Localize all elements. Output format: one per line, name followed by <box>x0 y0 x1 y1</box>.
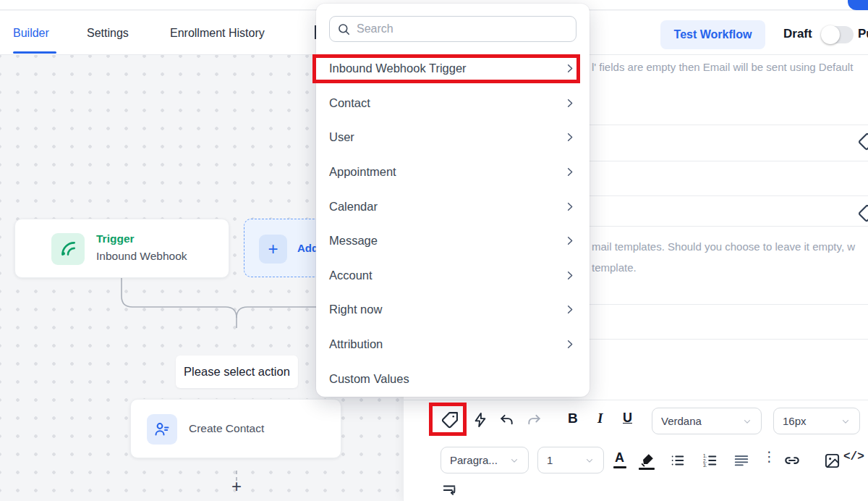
menu-item-label: Attribution <box>329 337 383 351</box>
menu-item-custom-values[interactable]: Custom Values <box>316 361 590 396</box>
menu-item-label: Contact <box>329 96 370 110</box>
trigger-node-card[interactable]: Trigger Inbound Webhook <box>14 219 229 278</box>
publish-toggle[interactable] <box>822 26 854 43</box>
code-view-button[interactable]: </> <box>843 450 864 463</box>
chevron-down-icon <box>841 416 851 426</box>
add-button-label: Add <box>297 242 318 254</box>
chevron-right-icon <box>564 339 575 350</box>
tab-settings[interactable]: Settings <box>87 27 129 40</box>
font-size-select[interactable]: 16px <box>773 408 860 434</box>
trigger-node-subtitle: Inbound Webhook <box>96 250 187 263</box>
paragraph-style-value: Paragra... <box>450 454 498 466</box>
highlight-color-bar <box>639 468 655 470</box>
draft-label: Draft <box>783 27 812 41</box>
menu-item-user[interactable]: User <box>316 120 590 155</box>
field-divider <box>404 400 868 400</box>
chevron-right-icon <box>564 304 575 315</box>
menu-item-account[interactable]: Account <box>316 258 590 293</box>
menu-item-label: Calendar <box>329 200 378 214</box>
menu-item-inbound-webhook-trigger[interactable]: Inbound Webhook Trigger <box>316 51 590 86</box>
menu-item-contact[interactable]: Contact <box>316 86 590 121</box>
chevron-down-icon <box>509 455 519 466</box>
line-height-select[interactable]: 1 <box>537 447 604 473</box>
font-family-select[interactable]: Verdana <box>652 408 762 434</box>
create-contact-label: Create Contact <box>189 422 264 435</box>
create-contact-node-card[interactable]: Create Contact <box>130 399 341 458</box>
search-icon <box>337 22 351 36</box>
menu-item-label: User <box>329 130 354 144</box>
chevron-right-icon <box>564 98 575 109</box>
template-helper-line2: template. <box>592 257 855 278</box>
text-color-bar <box>613 466 626 468</box>
font-family-value: Verdana <box>661 415 702 427</box>
trigger-actions-dropdown: Inbound Webhook Trigger Contact User App… <box>316 4 590 397</box>
chevron-right-icon <box>564 270 575 281</box>
active-tab-underline <box>13 51 56 54</box>
menu-item-label: Right now <box>329 303 382 316</box>
select-action-tooltip: Please select action <box>176 355 298 388</box>
webhook-rss-icon <box>51 233 85 265</box>
chevron-right-icon <box>564 201 575 212</box>
bold-button[interactable]: B <box>568 411 578 426</box>
line-height-value: 1 <box>547 454 553 466</box>
underline-button[interactable]: U <box>623 411 632 426</box>
redo-button[interactable] <box>524 411 544 431</box>
menu-item-right-now[interactable]: Right now <box>316 292 590 327</box>
tab-builder[interactable]: Builder <box>13 27 49 40</box>
lightning-bolt-button[interactable] <box>470 410 490 430</box>
chevron-right-icon <box>564 235 575 246</box>
text-color-button[interactable]: A <box>615 450 624 466</box>
contact-person-icon <box>147 414 177 445</box>
test-workflow-button[interactable]: Test Workflow <box>660 20 765 49</box>
plus-icon: + <box>259 235 287 264</box>
menu-item-message[interactable]: Message <box>316 224 590 258</box>
bullet-list-button[interactable] <box>668 450 688 471</box>
merge-tag-icon[interactable] <box>857 132 868 154</box>
chevron-down-icon <box>742 416 752 426</box>
merge-tag-icon[interactable] <box>857 204 868 226</box>
insert-image-button[interactable] <box>822 450 842 471</box>
chevron-right-icon <box>564 132 575 143</box>
menu-item-label: Account <box>329 269 373 282</box>
paragraph-style-select[interactable]: Paragra... <box>441 447 529 473</box>
dropdown-menu-list: Inbound Webhook Trigger Contact User App… <box>316 51 590 396</box>
svg-text:3.: 3. <box>703 463 707 468</box>
text-color-letter: A <box>615 450 624 465</box>
tab-enrollment-history[interactable]: Enrollment History <box>170 27 265 40</box>
publish-label: Publish <box>858 27 868 41</box>
add-action-plus-button[interactable]: + <box>229 477 244 496</box>
menu-item-label: Appointment <box>329 165 396 179</box>
numbered-list-button[interactable]: 1. 2. 3. <box>700 450 720 471</box>
italic-button[interactable]: I <box>597 411 603 426</box>
chevron-right-icon <box>564 63 575 74</box>
toggle-knob <box>821 25 840 44</box>
chevron-down-icon <box>584 455 595 466</box>
tag-merge-field-button[interactable] <box>438 409 460 431</box>
menu-item-label: Inbound Webhook Trigger <box>329 62 467 75</box>
menu-item-label: Custom Values <box>329 372 409 386</box>
chevron-right-icon <box>564 167 575 177</box>
text-wrap-button[interactable] <box>440 480 460 500</box>
insert-link-button[interactable] <box>781 450 803 471</box>
highlight-color-button[interactable] <box>637 449 658 471</box>
menu-item-calendar[interactable]: Calendar <box>316 189 590 224</box>
font-size-value: 16px <box>783 415 807 427</box>
trigger-node-title: Trigger <box>96 232 135 245</box>
search-input[interactable] <box>357 22 569 35</box>
email-default-helper-text: l' fields are empty then Email will be s… <box>592 56 853 77</box>
template-helper-line1: mail templates. Should you choose to lea… <box>592 236 855 257</box>
dropdown-search-box[interactable] <box>329 16 576 42</box>
template-helper-text: mail templates. Should you choose to lea… <box>592 236 855 278</box>
workflow-builder-screen: Trigger Inbound Webhook + Add Please sel… <box>0 0 868 501</box>
undo-button[interactable] <box>496 411 516 431</box>
more-options-button[interactable]: ⋮ <box>762 448 776 464</box>
menu-item-appointment[interactable]: Appointment <box>316 155 590 190</box>
align-text-button[interactable] <box>731 450 752 471</box>
menu-item-attribution[interactable]: Attribution <box>316 327 590 362</box>
menu-item-label: Message <box>329 234 378 248</box>
